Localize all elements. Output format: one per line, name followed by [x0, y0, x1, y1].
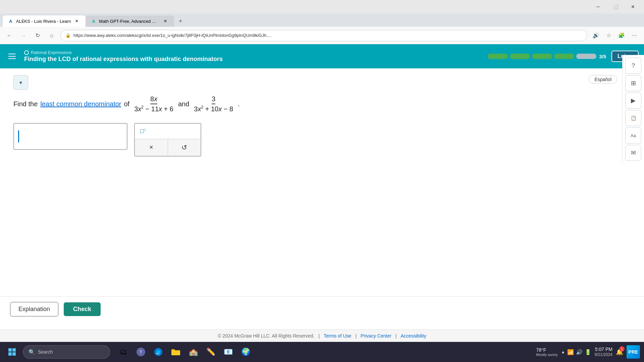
lcd-link[interactable]: least common denominator	[40, 100, 121, 108]
clear-icon: ×	[149, 143, 153, 151]
tab-mathgpt-close[interactable]: ✕	[162, 18, 169, 24]
privacy-center-link[interactable]: Privacy Center	[361, 333, 391, 339]
progress-count: 3/5	[599, 54, 606, 59]
search-icon: 🔍	[29, 349, 35, 355]
url-text: https://www.awy.aleks.com/alekscgi/x/lsl…	[73, 33, 271, 38]
folder-icon	[171, 348, 180, 356]
notification-badge: 1	[619, 346, 625, 352]
copyright-text: © 2024 McGraw Hill LLC. All Rights Reser…	[218, 333, 314, 339]
battery-icon[interactable]: 🔋	[585, 349, 591, 355]
right-sidebar: ? ⊞ ▶ 📋 Aa ✉	[622, 55, 644, 164]
separator-3: |	[395, 333, 397, 339]
maximize-button[interactable]: ⬜	[608, 1, 623, 12]
textbook-icon: 📋	[631, 115, 636, 121]
connector-and: and	[178, 100, 189, 108]
up-arrow-icon[interactable]: ▲	[561, 350, 565, 354]
progress-bars	[488, 54, 596, 59]
home-button[interactable]: ⌂	[46, 30, 57, 41]
taskbar-app-globe[interactable]: 🌍	[237, 344, 254, 360]
search-placeholder: Search	[38, 349, 53, 355]
message-button[interactable]: ✉	[625, 145, 641, 161]
tab-mathgpt[interactable]: A Math GPT-Free, Advanced Math S ✕	[86, 15, 174, 27]
favorites-icon[interactable]: ☆	[603, 30, 614, 41]
edge-icon	[154, 348, 163, 356]
svg-rect-0	[8, 348, 12, 352]
check-button[interactable]: Check	[64, 302, 101, 316]
topic-label: Rational Expressions	[31, 50, 72, 55]
address-bar: ← → ↻ ⌂ 🔒 https://www.awy.aleks.com/alek…	[0, 27, 644, 44]
video-button[interactable]: ▶	[625, 93, 641, 109]
fraction2-denominator: 3x2 + 10x − 8	[194, 104, 233, 113]
espanol-button[interactable]: Español	[589, 75, 617, 84]
back-button[interactable]: ←	[4, 30, 15, 41]
taskbar-app-folder[interactable]	[168, 344, 184, 360]
taskbar-right: 78°F Mostly sunny ▲ 📶 🔊 🔋 5:07 PM 9/21/2…	[536, 345, 640, 359]
copyright-bar: © 2024 McGraw Hill LLC. All Rights Reser…	[0, 329, 644, 342]
forward-button[interactable]: →	[18, 30, 29, 41]
tab-aleks-close[interactable]: ✕	[73, 18, 80, 24]
fraction-2: 3 3x2 + 10x − 8	[194, 95, 233, 113]
clock[interactable]: 5:07 PM 9/21/2024	[595, 346, 612, 358]
network-icon[interactable]: 📶	[567, 349, 574, 355]
svg-rect-2	[8, 352, 12, 356]
taskbar: 🔍 Search 🗂 T 🏫 ✏️ 📧 🌍	[0, 342, 644, 362]
calculator-button[interactable]: ⊞	[625, 75, 641, 91]
answer-input-box[interactable]	[13, 123, 127, 150]
clear-button[interactable]: ×	[135, 139, 168, 156]
undo-button[interactable]: ↺	[168, 139, 201, 156]
mail-icon: ✉	[631, 149, 636, 157]
menu-button[interactable]	[5, 50, 19, 63]
font-button[interactable]: Aa	[625, 127, 641, 143]
tab-aleks[interactable]: A ALEKS - Luis Rivera - Learn ✕	[3, 15, 86, 27]
terms-of-use-link[interactable]: Terms of Use	[324, 333, 351, 339]
taskbar-app-edge[interactable]	[150, 344, 166, 360]
notification-button[interactable]: 🔔 1	[616, 348, 623, 356]
math-toolbar-top: □□	[135, 124, 201, 139]
sound-icon[interactable]: 🔊	[576, 349, 583, 355]
url-input[interactable]: 🔒 https://www.awy.aleks.com/alekscgi/x/l…	[60, 30, 587, 41]
collapse-button[interactable]: ▾	[13, 75, 28, 90]
close-button[interactable]: ✕	[625, 1, 641, 12]
date-display: 9/21/2024	[595, 352, 612, 358]
explanation-button[interactable]: Explanation	[10, 302, 58, 316]
help-button[interactable]: ?	[625, 58, 641, 74]
read-aloud-icon[interactable]: 🔊	[590, 30, 602, 41]
progress-area: 3/5	[488, 54, 606, 59]
chevron-down-icon: ▾	[19, 79, 22, 86]
svg-rect-3	[12, 352, 16, 356]
separator-2: |	[355, 333, 357, 339]
minimize-button[interactable]: ─	[590, 1, 606, 12]
instruction-of: of	[124, 100, 130, 108]
math-toolbar: □□ × ↺	[134, 123, 201, 157]
taskbar-app-files[interactable]: 🗂	[115, 344, 131, 360]
start-button[interactable]	[4, 344, 20, 360]
new-tab-button[interactable]: +	[175, 15, 186, 27]
instruction-start: Find the	[13, 100, 38, 108]
reload-button[interactable]: ↻	[32, 30, 43, 41]
taskbar-app-app2[interactable]: ✏️	[203, 344, 219, 360]
taskbar-search-box[interactable]: 🔍 Search	[23, 345, 110, 359]
weather-desc: Mostly sunny	[536, 353, 558, 357]
weather-widget: 78°F Mostly sunny	[536, 347, 558, 357]
mathgpt-favicon: A	[91, 18, 96, 24]
hamburger-icon	[8, 54, 16, 59]
windows-accent-button[interactable]: PRE	[627, 345, 640, 359]
taskbar-app-mail[interactable]: 📧	[220, 344, 236, 360]
time-display: 5:07 PM	[595, 346, 612, 352]
svg-rect-1	[12, 348, 16, 352]
calculator-icon: ⊞	[631, 79, 636, 87]
problem-title: Finding the LCD of rational expressions …	[24, 56, 482, 63]
taskbar-apps: 🗂 T 🏫 ✏️ 📧 🌍	[115, 344, 254, 360]
header-subtitle: Rational Expressions	[24, 50, 482, 55]
textbook-button[interactable]: 📋	[625, 110, 641, 126]
browser-menu-icon[interactable]: ⋯	[629, 30, 640, 41]
taskbar-app-app1[interactable]: 🏫	[185, 344, 201, 360]
tab-bar: A ALEKS - Luis Rivera - Learn ✕ A Math G…	[0, 13, 644, 27]
accessibility-link[interactable]: Accessibility	[401, 333, 426, 339]
exponent-button[interactable]: □□	[140, 128, 146, 135]
progress-bar-3	[532, 54, 552, 59]
teams-icon: T	[136, 347, 146, 357]
taskbar-app-teams[interactable]: T	[133, 344, 149, 360]
progress-circle-icon	[24, 50, 29, 55]
extensions-icon[interactable]: 🧩	[616, 30, 627, 41]
